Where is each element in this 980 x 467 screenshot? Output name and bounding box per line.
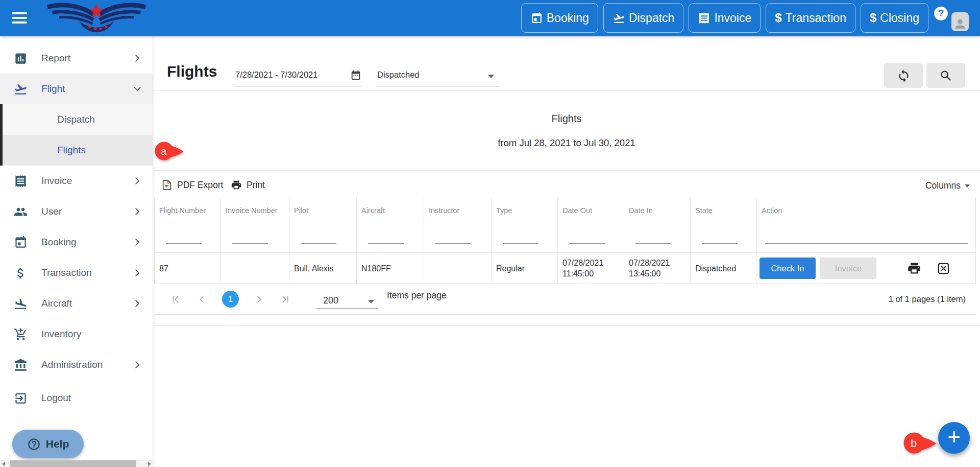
column-header-aircraft[interactable]: Aircraft	[357, 198, 424, 223]
nav-invoice-label: Invoice	[714, 11, 751, 25]
columns-chooser-button[interactable]: Columns	[925, 180, 970, 191]
column-header-date-out[interactable]: Date Out	[558, 198, 624, 223]
exit-icon	[14, 391, 28, 405]
column-header-instructor[interactable]: Instructor	[424, 198, 492, 223]
sidebar: Report Flight Dispatch Flights Invoice U…	[0, 36, 153, 467]
nav-closing-button[interactable]: $ Closing	[861, 3, 928, 33]
column-header-action[interactable]: Action	[757, 198, 975, 223]
filter-cell	[691, 223, 757, 252]
date-range-input[interactable]: 7/28/2021 - 7/30/2021	[234, 66, 362, 86]
pagination-summary: 1 of 1 pages (1 item)	[889, 294, 966, 304]
sidebar-item-label: Administration	[41, 359, 103, 370]
sidebar-item-booking[interactable]: Booking	[0, 227, 153, 258]
table-row: 87 Bull, Alexis N180FF Regular 07/28/202…	[154, 253, 976, 284]
annotation-marker-a: a	[155, 142, 184, 161]
filter-input-flight-number[interactable]	[166, 243, 202, 244]
svg-text:★: ★	[92, 26, 97, 32]
scroll-left-arrow[interactable]	[2, 461, 5, 466]
sidebar-item-dispatch[interactable]: Dispatch	[3, 104, 153, 135]
filter-input-date-in[interactable]	[635, 243, 671, 244]
previous-page-button[interactable]	[196, 294, 207, 305]
sidebar-item-administration[interactable]: Administration	[0, 349, 153, 380]
sidebar-item-flight[interactable]: Flight	[0, 74, 153, 104]
chevron-right-icon	[131, 175, 143, 187]
row-print-button[interactable]	[907, 261, 921, 275]
refresh-button[interactable]	[884, 63, 923, 88]
cell-state: Dispatched	[691, 253, 757, 284]
sidebar-item-label: User	[41, 206, 62, 217]
top-bar: ★ ★ ★ ★ Booking Dispatch Invoice $ Trans…	[0, 0, 980, 36]
row-cancel-button[interactable]	[937, 262, 950, 275]
people-icon	[14, 205, 28, 219]
nav-dispatch-button[interactable]: Dispatch	[603, 3, 683, 33]
report-summary: Flights from Jul 28, 2021 to Jul 30, 202…	[153, 90, 980, 171]
sidebar-item-label: Report	[41, 53, 70, 64]
first-page-button[interactable]	[170, 294, 181, 305]
nav-closing-label: Closing	[880, 11, 919, 25]
column-header-state[interactable]: State	[691, 198, 757, 223]
nav-transaction-button[interactable]: $ Transaction	[766, 3, 855, 33]
sidebar-item-user[interactable]: User	[0, 196, 153, 227]
filter-input-instructor[interactable]	[435, 243, 471, 244]
avatar[interactable]	[951, 12, 969, 31]
filter-input-pilot[interactable]	[301, 243, 336, 244]
filter-cell	[624, 223, 691, 252]
next-page-button[interactable]	[254, 294, 265, 305]
sidebar-item-flights[interactable]: Flights	[3, 135, 153, 166]
chevron-down-icon	[131, 83, 143, 95]
filter-input-state[interactable]	[702, 243, 738, 244]
sidebar-item-logout[interactable]: Logout	[0, 383, 153, 413]
main-content: Flights 7/28/2021 - 7/30/2021 Dispatched…	[153, 36, 980, 467]
bar-chart-icon	[14, 52, 28, 65]
add-flight-fab[interactable]: +	[938, 422, 970, 454]
person-icon	[953, 17, 967, 31]
sidebar-item-aircraft[interactable]: Aircraft	[0, 288, 153, 319]
sidebar-item-inventory[interactable]: Inventory	[0, 319, 153, 349]
help-circle-icon	[27, 437, 41, 451]
sidebar-item-transaction[interactable]: Transaction	[0, 258, 153, 288]
filter-cell	[558, 223, 624, 252]
help-button-label: Help	[46, 438, 69, 450]
sidebar-item-report[interactable]: Report	[0, 43, 153, 74]
filter-input-aircraft[interactable]	[368, 243, 404, 244]
scrollbar-thumb[interactable]	[10, 460, 136, 467]
help-button[interactable]: Help	[12, 430, 84, 458]
sidebar-item-invoice[interactable]: Invoice	[0, 166, 153, 196]
flights-grid: PDF Export Print Columns Flight Number I…	[154, 175, 976, 315]
filter-input-date-out[interactable]	[569, 243, 605, 244]
page-number-button[interactable]: 1	[222, 291, 239, 308]
filter-input-action[interactable]	[765, 243, 968, 244]
nav-booking-label: Booking	[547, 11, 589, 25]
column-header-type[interactable]: Type	[492, 198, 558, 223]
flight-land-icon	[14, 297, 28, 311]
nav-booking-button[interactable]: Booking	[521, 3, 598, 33]
items-per-page-select[interactable]: 200	[316, 290, 378, 309]
nav-transaction-label: Transaction	[786, 11, 846, 25]
column-header-flight-number[interactable]: Flight Number	[155, 198, 221, 223]
printer-icon	[231, 179, 242, 191]
nav-invoice-button[interactable]: Invoice	[689, 3, 761, 33]
flight-takeoff-icon	[14, 82, 28, 96]
hamburger-menu-icon[interactable]	[12, 12, 27, 24]
check-in-button[interactable]: Check In	[760, 258, 816, 279]
chevron-right-icon	[131, 52, 143, 64]
filter-input-invoice-number[interactable]	[232, 243, 268, 244]
cell-instructor	[424, 253, 492, 284]
pdf-export-button[interactable]: PDF Export	[161, 179, 223, 191]
app-window: ★ ★ ★ ★ Booking Dispatch Invoice $ Trans…	[0, 0, 980, 467]
scroll-right-arrow[interactable]	[148, 461, 151, 466]
filter-input-type[interactable]	[503, 243, 538, 244]
calendar-icon[interactable]	[350, 69, 361, 81]
print-button[interactable]: Print	[231, 179, 265, 191]
invoice-button-disabled[interactable]: Invoice	[820, 258, 876, 279]
help-icon[interactable]: ?	[934, 7, 948, 20]
search-button[interactable]	[926, 63, 965, 88]
status-filter-select[interactable]: Dispatched	[376, 66, 500, 86]
column-header-date-in[interactable]: Date In	[624, 198, 691, 223]
last-page-button[interactable]	[280, 294, 291, 305]
column-header-pilot[interactable]: Pilot	[289, 198, 357, 223]
column-header-invoice-number[interactable]: Invoice Number	[221, 198, 289, 223]
marker-a-label: a	[161, 146, 167, 157]
sidebar-item-label: Transaction	[41, 267, 92, 278]
page-toolbar: Flights 7/28/2021 - 7/30/2021 Dispatched	[153, 36, 980, 90]
